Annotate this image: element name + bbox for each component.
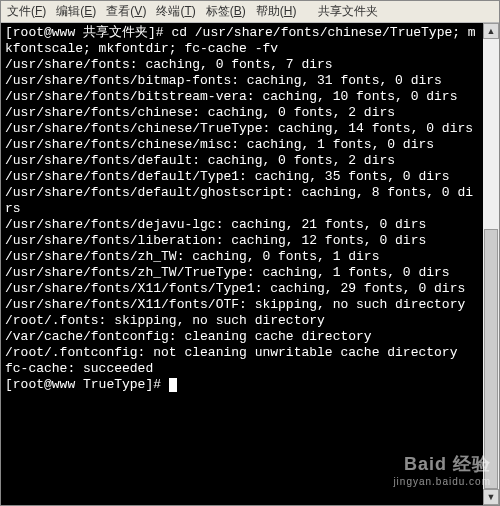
terminal-area: [root@www 共享文件夹]# cd /usr/share/fonts/ch… <box>1 23 499 505</box>
terminal-output[interactable]: [root@www 共享文件夹]# cd /usr/share/fonts/ch… <box>1 23 483 505</box>
menu-help[interactable]: 帮助(H) <box>256 3 297 20</box>
menu-edit[interactable]: 编辑(E) <box>56 3 96 20</box>
menu-file[interactable]: 文件(F) <box>7 3 46 20</box>
menu-terminal[interactable]: 终端(T) <box>156 3 195 20</box>
scroll-up-button[interactable]: ▲ <box>483 23 499 39</box>
scroll-track[interactable] <box>483 39 499 489</box>
window-title-box: 共享文件夹 <box>314 3 382 20</box>
menubar: 文件(F) 编辑(E) 查看(V) 终端(T) 标签(B) 帮助(H) 共享文件… <box>1 1 499 23</box>
menu-tabs[interactable]: 标签(B) <box>206 3 246 20</box>
terminal-window: 文件(F) 编辑(E) 查看(V) 终端(T) 标签(B) 帮助(H) 共享文件… <box>0 0 500 506</box>
cursor <box>169 378 177 392</box>
scroll-down-button[interactable]: ▼ <box>483 489 499 505</box>
menu-view[interactable]: 查看(V) <box>106 3 146 20</box>
scrollbar[interactable]: ▲ ▼ <box>483 23 499 505</box>
scroll-thumb[interactable] <box>484 229 498 489</box>
